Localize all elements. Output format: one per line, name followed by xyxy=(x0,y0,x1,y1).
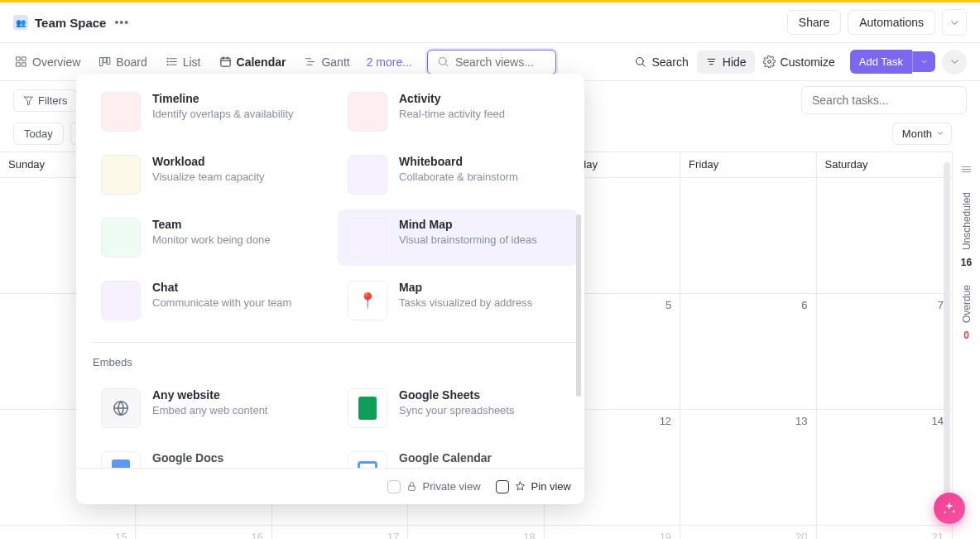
more-actions-button[interactable] xyxy=(942,50,967,75)
svg-rect-2 xyxy=(17,63,20,66)
view-option-workload[interactable]: WorkloadVisualize team capacity xyxy=(91,147,331,203)
calendar-cell[interactable]: 16 xyxy=(136,526,271,539)
hide-button[interactable]: Hide xyxy=(697,51,755,74)
calendar-cell[interactable]: 21 xyxy=(817,526,952,539)
automations-button[interactable]: Automations xyxy=(848,10,935,35)
calendar-cell[interactable]: 20 xyxy=(680,526,816,539)
view-option-map[interactable]: 📍 MapTasks visualized by address xyxy=(338,272,578,329)
share-button[interactable]: Share xyxy=(787,10,841,35)
list-icon xyxy=(166,55,178,68)
lock-icon xyxy=(406,481,417,492)
add-task-dropdown-button[interactable] xyxy=(912,51,935,72)
svg-rect-1 xyxy=(22,57,26,60)
add-view-dropdown: TimelineIdentify overlaps & availability… xyxy=(76,74,584,504)
day-header: Friday xyxy=(680,152,816,177)
calendar-icon xyxy=(219,55,232,68)
embed-option-sheets[interactable]: Google SheetsSync your spreadsheets xyxy=(338,380,578,436)
pin-view-checkbox[interactable] xyxy=(496,480,509,493)
view-option-mindmap[interactable]: Mind MapVisual brainstorming of ideas xyxy=(338,209,578,266)
pin-icon xyxy=(515,481,526,492)
calendar-scrollbar[interactable] xyxy=(944,162,950,510)
svg-point-12 xyxy=(167,65,168,65)
pin-view-toggle[interactable]: Pin view xyxy=(496,480,571,493)
tab-gantt[interactable]: Gantt xyxy=(302,51,351,74)
rail-menu-icon[interactable] xyxy=(960,163,973,176)
svg-line-23 xyxy=(643,64,646,66)
calendar-cell[interactable]: 18 xyxy=(408,526,544,539)
map-thumb-icon: 📍 xyxy=(348,281,387,320)
view-option-timeline[interactable]: TimelineIdentify overlaps & availability xyxy=(91,84,331,140)
embed-option-docs[interactable]: Google DocsSync your documents xyxy=(91,443,331,468)
embeds-section-title: Embeds xyxy=(91,353,578,373)
tab-calendar[interactable]: Calendar xyxy=(218,51,288,74)
dropdown-footer: Private view Pin view xyxy=(76,468,584,504)
chevron-down-icon xyxy=(936,129,944,137)
tab-list[interactable]: List xyxy=(164,51,203,74)
google-sheets-icon xyxy=(348,388,387,428)
search-icon xyxy=(634,55,646,68)
calendar-cell[interactable] xyxy=(680,178,816,293)
add-task-button[interactable]: Add Task xyxy=(850,50,912,74)
activity-thumb-icon xyxy=(348,92,387,132)
svg-point-27 xyxy=(767,60,771,64)
embed-option-website[interactable]: Any websiteEmbed any web content xyxy=(91,380,331,436)
view-option-activity[interactable]: ActivityReal-time activity feed xyxy=(338,84,578,140)
tab-overview[interactable]: Overview xyxy=(13,51,82,74)
unscheduled-toggle[interactable]: Unscheduled 16 xyxy=(961,192,973,268)
space-title: Team Space xyxy=(35,16,106,30)
view-option-chat[interactable]: ChatCommunicate with your team xyxy=(91,272,331,329)
space-badge-icon: 👥 xyxy=(13,15,28,30)
filters-button[interactable]: Filters xyxy=(13,89,77,112)
more-views-link[interactable]: 2 more... xyxy=(367,55,412,69)
space-more-button[interactable]: ••• xyxy=(114,16,129,29)
calendar-cell[interactable]: 17 xyxy=(272,526,408,539)
mindmap-thumb-icon xyxy=(348,218,387,257)
right-rail: Unscheduled 16 Overdue 0 xyxy=(952,152,980,539)
tab-board[interactable]: Board xyxy=(97,51,148,74)
svg-rect-34 xyxy=(408,486,415,490)
embed-option-calendar[interactable]: Google CalendarSync Google Calendar even… xyxy=(338,443,578,468)
svg-rect-4 xyxy=(100,58,103,66)
board-icon xyxy=(98,55,111,68)
svg-rect-3 xyxy=(22,63,26,66)
search-tasks-input[interactable] xyxy=(812,94,956,107)
team-thumb-icon xyxy=(101,218,141,257)
search-views-input[interactable] xyxy=(455,55,546,69)
view-option-whiteboard[interactable]: WhiteboardCollaborate & brainstorm xyxy=(338,147,578,203)
add-task-wrap: Add Task xyxy=(850,50,935,74)
google-calendar-icon xyxy=(348,451,387,468)
svg-point-20 xyxy=(439,58,446,65)
whiteboard-thumb-icon xyxy=(348,155,387,195)
view-option-team[interactable]: TeamMonitor work being done xyxy=(91,209,331,266)
workload-thumb-icon xyxy=(101,155,141,195)
calendar-cell[interactable]: 6 xyxy=(680,294,816,409)
scale-selector[interactable]: Month xyxy=(892,123,952,145)
svg-rect-0 xyxy=(17,57,20,60)
customize-button[interactable]: Customize xyxy=(755,51,843,74)
calendar-cell[interactable]: 15 xyxy=(0,526,136,539)
calendar-cell[interactable]: 19 xyxy=(545,526,680,539)
calendar-cell[interactable] xyxy=(817,178,952,293)
automations-dropdown-button[interactable] xyxy=(942,9,967,36)
calendar-cell[interactable]: 14 xyxy=(817,410,952,525)
hide-icon xyxy=(705,55,718,68)
search-views-box[interactable] xyxy=(427,50,556,75)
filter-icon xyxy=(23,95,34,106)
calendar-cell[interactable]: 13 xyxy=(680,410,816,525)
svg-point-22 xyxy=(637,58,644,65)
calendar-cell[interactable]: 7 xyxy=(817,294,952,409)
private-view-checkbox[interactable] xyxy=(387,480,401,493)
dropdown-scrollbar[interactable] xyxy=(576,214,581,397)
ai-fab-button[interactable] xyxy=(934,493,965,524)
day-header: Saturday xyxy=(817,152,952,177)
overdue-toggle[interactable]: Overdue 0 xyxy=(961,285,973,341)
search-button[interactable]: Search xyxy=(626,51,696,74)
today-button[interactable]: Today xyxy=(13,123,64,145)
svg-rect-13 xyxy=(220,58,229,66)
timeline-thumb-icon xyxy=(101,92,141,132)
svg-point-10 xyxy=(167,58,168,59)
private-view-toggle[interactable]: Private view xyxy=(387,480,481,493)
svg-rect-6 xyxy=(108,58,110,65)
search-tasks-box[interactable] xyxy=(801,86,967,114)
globe-icon xyxy=(101,388,141,428)
